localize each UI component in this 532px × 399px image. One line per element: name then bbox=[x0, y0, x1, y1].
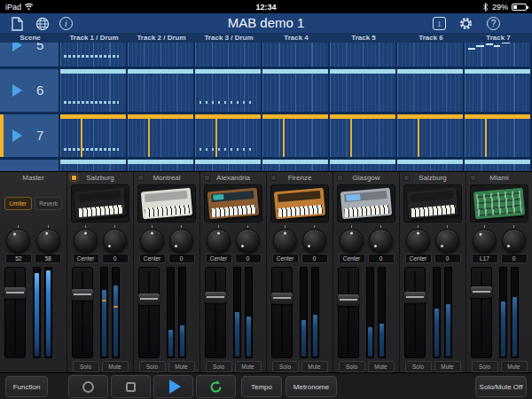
export-icon[interactable]: ↕ bbox=[432, 16, 447, 31]
send-value[interactable]: 0 bbox=[102, 254, 129, 263]
scene-play-icon[interactable] bbox=[12, 43, 22, 51]
scene-cell-7[interactable]: 7 bbox=[0, 114, 59, 157]
pan-value[interactable]: Center bbox=[73, 254, 99, 263]
clip-t6-s7[interactable] bbox=[397, 114, 463, 157]
pan-value[interactable]: Center bbox=[206, 254, 232, 263]
loop-button[interactable] bbox=[196, 375, 236, 398]
track-header-1[interactable]: Track 1 / Drum bbox=[60, 33, 128, 43]
pan-knob[interactable] bbox=[74, 229, 98, 253]
clip-t7-s6[interactable] bbox=[465, 69, 530, 112]
limiter-value[interactable]: 52 bbox=[5, 254, 32, 263]
stop-button[interactable] bbox=[111, 375, 151, 398]
channel-name[interactable]: Firenze bbox=[267, 174, 332, 182]
volume-fader[interactable] bbox=[338, 267, 359, 358]
channel-name[interactable]: Alexandria bbox=[200, 174, 266, 182]
track-header-6[interactable]: Track 6 bbox=[397, 33, 465, 43]
mute-button[interactable]: Mute bbox=[102, 361, 129, 372]
mute-button[interactable]: Mute bbox=[301, 361, 328, 372]
gadget-image-salzburg[interactable] bbox=[403, 184, 462, 223]
solo-button[interactable]: Solo bbox=[339, 361, 365, 372]
clip-t5-s8[interactable] bbox=[330, 160, 395, 171]
clip-t6-s5[interactable] bbox=[397, 43, 463, 66]
settings-gear-icon[interactable] bbox=[458, 16, 473, 31]
clip-t5-s5[interactable] bbox=[330, 43, 395, 66]
clip-t7-s8[interactable] bbox=[465, 160, 530, 171]
clip-t2-s6[interactable] bbox=[128, 69, 193, 112]
globe-icon[interactable] bbox=[35, 16, 50, 31]
scene-cell-6[interactable]: 6 bbox=[0, 69, 59, 112]
clip-t1-s5[interactable] bbox=[60, 43, 126, 66]
pan-knob[interactable] bbox=[140, 229, 164, 253]
volume-fader[interactable] bbox=[72, 267, 93, 358]
pan-value[interactable]: Center bbox=[339, 254, 365, 263]
clip-t5-s6[interactable] bbox=[330, 69, 395, 112]
play-button[interactable] bbox=[153, 375, 193, 398]
channel-name[interactable]: Glasgow bbox=[333, 174, 399, 182]
channel-name[interactable]: Salzburg bbox=[67, 174, 133, 182]
scene-cell-8[interactable] bbox=[0, 160, 59, 171]
pan-value[interactable]: Center bbox=[139, 254, 166, 263]
pan-knob[interactable] bbox=[473, 229, 497, 253]
scene-play-icon[interactable] bbox=[12, 84, 22, 97]
solo-button[interactable]: Solo bbox=[472, 361, 498, 372]
send-knob[interactable] bbox=[236, 229, 260, 253]
master-volume-fader[interactable] bbox=[4, 267, 26, 358]
clip-t3-s8[interactable] bbox=[195, 160, 261, 171]
mute-button[interactable]: Mute bbox=[434, 361, 461, 372]
reverb-button[interactable]: Reverb bbox=[35, 197, 62, 210]
send-value[interactable]: 0 bbox=[301, 254, 328, 263]
solo-mute-off-button[interactable]: Solo/Mute Off bbox=[475, 376, 527, 397]
clip-t6-s6[interactable] bbox=[397, 69, 463, 112]
send-value[interactable]: 0 bbox=[368, 254, 395, 263]
solo-button[interactable]: Solo bbox=[139, 361, 166, 372]
clip-t4-s8[interactable] bbox=[262, 160, 328, 171]
tempo-button[interactable]: Tempo bbox=[241, 376, 282, 397]
track-header-4[interactable]: Track 4 bbox=[262, 33, 330, 43]
solo-button[interactable]: Solo bbox=[73, 361, 99, 372]
clip-t3-s6[interactable] bbox=[195, 69, 261, 112]
clip-t7-s7[interactable] bbox=[465, 114, 530, 157]
pan-knob[interactable] bbox=[340, 229, 364, 253]
clip-t3-s7[interactable] bbox=[195, 114, 261, 157]
limiter-button[interactable]: Limiter bbox=[4, 197, 32, 210]
send-value[interactable]: 0 bbox=[168, 254, 195, 263]
reverb-value[interactable]: 58 bbox=[35, 254, 61, 263]
send-value[interactable]: 0 bbox=[501, 254, 528, 263]
clip-t4-s6[interactable] bbox=[262, 69, 328, 112]
clip-t1-s7[interactable] bbox=[60, 114, 126, 157]
track-header-7[interactable]: Track 7 bbox=[465, 33, 532, 43]
clip-t6-s8[interactable] bbox=[397, 160, 463, 171]
pan-value[interactable]: Center bbox=[405, 254, 432, 263]
gadget-image-firenze[interactable] bbox=[270, 184, 329, 223]
clip-t3-s5[interactable] bbox=[195, 43, 261, 66]
limiter-knob[interactable] bbox=[6, 229, 30, 253]
clip-t7-s5[interactable] bbox=[465, 43, 530, 66]
volume-fader[interactable] bbox=[471, 267, 492, 358]
help-icon[interactable]: ? bbox=[486, 16, 501, 31]
send-value[interactable]: 0 bbox=[235, 254, 262, 263]
send-value[interactable]: 0 bbox=[434, 254, 461, 263]
solo-button[interactable]: Solo bbox=[405, 361, 432, 372]
file-icon[interactable] bbox=[10, 16, 25, 31]
mute-button[interactable]: Mute bbox=[368, 361, 395, 372]
mute-button[interactable]: Mute bbox=[501, 361, 528, 372]
volume-fader[interactable] bbox=[205, 267, 226, 358]
clip-t2-s7[interactable] bbox=[128, 114, 193, 157]
solo-button[interactable]: Solo bbox=[206, 361, 232, 372]
info-icon[interactable]: i bbox=[59, 16, 74, 31]
scene-play-icon[interactable] bbox=[12, 129, 22, 142]
gadget-image-glasgow[interactable] bbox=[337, 184, 395, 223]
channel-name[interactable]: Montreal bbox=[134, 174, 200, 182]
track-header-3[interactable]: Track 3 / Drum bbox=[195, 33, 262, 43]
volume-fader[interactable] bbox=[138, 267, 160, 358]
function-button[interactable]: Function bbox=[5, 376, 48, 397]
mute-button[interactable]: Mute bbox=[168, 361, 195, 372]
metronome-button[interactable]: Metronome bbox=[286, 376, 337, 397]
scene-cell-5[interactable]: 5 bbox=[0, 43, 59, 66]
gadget-image-alexandria[interactable] bbox=[204, 184, 262, 223]
send-knob[interactable] bbox=[435, 229, 459, 253]
send-knob[interactable] bbox=[369, 229, 393, 253]
channel-name[interactable]: Miami bbox=[466, 174, 532, 182]
reverb-knob[interactable] bbox=[36, 229, 60, 253]
volume-fader[interactable] bbox=[271, 267, 293, 358]
